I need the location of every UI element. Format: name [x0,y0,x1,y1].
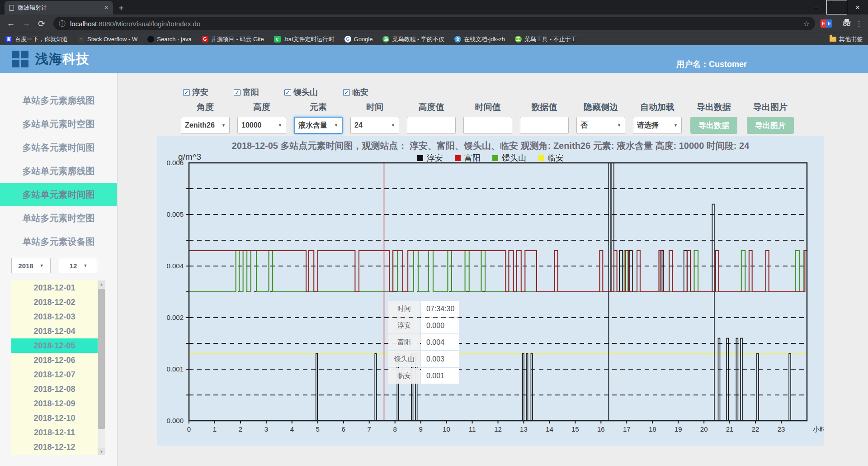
bookmarks-bar: 百百度一下，你就知道≡Stack Overflow - WSearch · ja… [0,33,868,45]
bookmark-gitee[interactable]: G开源项目 - 码云 Gite [202,35,264,43]
svg-text:0.005: 0.005 [166,210,184,218]
other-bookmarks[interactable]: 其他书签 [823,35,863,43]
sidebar-menu-item-6[interactable]: 单站多元素时空图 [0,206,117,230]
legend-item-富阳: 富阳 [455,152,481,163]
chevron-down-icon: ▼ [334,123,338,128]
date-item[interactable]: 2018-12-02 [11,295,98,309]
forward-icon[interactable]: → [20,19,33,29]
incognito-avatar-icon[interactable] [842,19,852,29]
checkbox-icon[interactable]: ✓ [183,89,190,96]
other-bookmarks-label: 其他书签 [839,35,863,43]
date-item[interactable]: 2018-12-03 [11,309,98,324]
bookmark-google[interactable]: GGoogle [344,35,373,43]
svg-text:2: 2 [239,425,242,433]
station-label: 临安 [352,87,368,98]
bookmark-runoob-tools[interactable]: 工菜鸟工具 - 不止于工 [515,35,577,43]
bookmark-github-search[interactable]: Search · java [147,35,192,43]
station-checkbox-临安[interactable]: ✓临安 [343,87,368,98]
height-value-input[interactable] [407,117,456,134]
bookmark-label: .bat文件定时运行时 [283,35,335,43]
checkbox-icon[interactable]: ✓ [343,89,350,96]
date-list-scrollbar[interactable]: ▲ ▼ [98,281,105,455]
export-data-button[interactable]: 导出数据 [690,117,737,134]
select-value: 请选择 [637,121,672,130]
date-item[interactable]: 2018-12-08 [11,382,98,396]
element-select[interactable]: 液水含量▼ [294,117,343,134]
tooltip-label: 淳安 [388,318,420,333]
bookmark-star-icon[interactable]: ☆ [803,19,810,28]
site-info-icon[interactable]: ⓘ [59,19,66,28]
date-item[interactable]: 2018-12-05 [11,338,98,353]
sidebar-menu-item-5[interactable]: 多站单元素时间图 [0,183,117,206]
scroll-down-icon[interactable]: ▼ [98,448,105,455]
legend-swatch [455,155,461,161]
date-item[interactable]: 2018-12-10 [11,411,98,425]
date-item[interactable]: 2018-12-04 [11,324,98,338]
sidebar-menu-item-3[interactable]: 多站各元素时间图 [0,136,117,159]
bookmark-label: Google [354,36,373,43]
address-bar[interactable]: ⓘ localhost:8080/MicroVisual/login/toInd… [53,17,815,30]
month-select[interactable]: 12▼ [59,258,98,273]
back-icon[interactable]: ← [5,19,17,29]
fe-extension-icon[interactable]: FE [821,19,832,28]
close-button[interactable]: ✕ [847,0,868,14]
scroll-up-icon[interactable]: ▲ [98,281,105,288]
legend-item-淳安: 淳安 [417,152,443,163]
station-checkbox-馒头山[interactable]: ✓馒头山 [284,87,318,98]
export-image-button[interactable]: 导出图片 [747,117,794,134]
bookmark-jdk-docs[interactable]: 文在线文档-jdk-zh [454,35,505,43]
sidebar-menu-item-7[interactable]: 单站多元素设备图 [0,230,117,253]
legend-label: 临安 [547,152,564,163]
restore-button[interactable] [826,0,847,14]
bookmark-stackoverflow[interactable]: ≡Stack Overflow - W [78,35,137,43]
filter-label-data-value: 数据值 [532,101,557,113]
sidebar-menu-item-4[interactable]: 多站单元素廓线图 [0,159,117,183]
select-value: 液水含量 [298,121,332,130]
data-value-input[interactable] [520,117,569,134]
station-checkbox-富阳[interactable]: ✓富阳 [234,87,259,98]
date-item[interactable]: 2018-12-09 [11,396,98,411]
bookmark-runoob-tutorial[interactable]: 鸟菜鸟教程 - 学的不仅 [382,35,444,43]
auto-load-select[interactable]: 请选择▼ [633,117,682,134]
date-item[interactable]: 2018-12-07 [11,367,98,382]
select-value: 24 [354,121,389,129]
main-content: ✓淳安✓富阳✓馒头山✓临安 角度Zenith26▼高度10000▼元素液水含量▼… [118,73,868,466]
legend-label: 富阳 [464,152,481,163]
bookmark-bat-note[interactable]: e.bat文件定时运行时 [274,35,335,43]
new-tab-button[interactable]: + [118,4,124,13]
legend-swatch [417,155,423,161]
angle-select[interactable]: Zenith26▼ [181,117,230,134]
filter-label-height-value: 高度值 [419,101,444,113]
checkbox-icon[interactable]: ✓ [284,89,291,96]
time-value-input[interactable] [463,117,512,134]
svg-text:17: 17 [623,425,631,433]
bookmark-label: 百度一下，你就知道 [15,35,68,43]
sidebar-menu-item-2[interactable]: 多站单元素时空图 [0,112,117,136]
date-item[interactable]: 2018-12-06 [11,353,98,367]
reload-icon[interactable]: ⟳ [35,19,48,29]
date-item[interactable]: 2018-12-12 [11,440,98,454]
bookmark-baidu[interactable]: 百百度一下，你就知道 [5,35,68,43]
filter-height-value: 高度值 [407,101,456,134]
checkbox-icon[interactable]: ✓ [234,89,241,96]
filter-export-data: 导出数据导出数据 [689,101,738,134]
height-select[interactable]: 10000▼ [237,117,286,134]
hide-sidebar-select[interactable]: 否▼ [576,117,625,134]
bookmark-label: Search · java [157,36,192,43]
time-series-plot[interactable]: 0.0060.0050.0040.0020.0010.0000123456789… [157,136,824,446]
minimize-button[interactable]: – [806,0,826,14]
legend-label: 淳安 [427,152,443,163]
tab-close-icon[interactable]: ✕ [104,5,108,11]
time-select[interactable]: 24▼ [350,117,399,134]
browser-menu-icon[interactable]: ⋮ [854,19,863,28]
date-item[interactable]: 2018-12-01 [11,281,98,295]
station-checkbox-淳安[interactable]: ✓淳安 [183,87,208,98]
scrollbar-thumb[interactable] [98,289,105,429]
sidebar-menu-item-1[interactable]: 单站多元素廓线图 [0,89,117,112]
filter-height: 高度10000▼ [237,101,286,134]
date-item[interactable]: 2018-12-11 [11,425,98,440]
browser-tab[interactable]: 微波辐射计 ✕ [5,1,113,14]
year-select[interactable]: 2018▼ [11,258,51,273]
folder-icon [830,37,836,42]
google-icon: G [344,36,351,43]
